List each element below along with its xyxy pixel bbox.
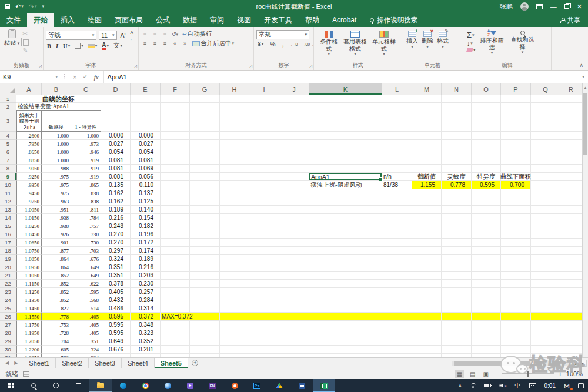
cell-J24[interactable] (279, 296, 309, 304)
cell-O8[interactable] (472, 165, 501, 173)
cell-B15[interactable]: .938 (42, 222, 71, 230)
insert-function-icon[interactable]: fx (94, 73, 99, 81)
cell-K18[interactable] (309, 247, 382, 255)
cell-P17[interactable] (501, 239, 531, 247)
page-break-view-icon[interactable]: ▣ (482, 370, 490, 378)
cell-M4[interactable] (412, 132, 442, 140)
cell-R15[interactable] (560, 222, 582, 230)
cell-R25[interactable] (560, 304, 582, 313)
cell-J11[interactable] (279, 189, 309, 197)
cell-D17[interactable]: 0.270 (101, 239, 131, 247)
cell-F19[interactable] (161, 255, 190, 263)
cell-L24[interactable] (382, 296, 412, 304)
row-header-1[interactable]: 1 (0, 95, 16, 103)
cell-Q27[interactable] (531, 321, 560, 329)
cell-A8[interactable]: .9050 (16, 165, 42, 173)
zoom-in-icon[interactable]: + (558, 370, 562, 377)
cell-J25[interactable] (279, 304, 309, 313)
cell-Q20[interactable] (531, 263, 560, 272)
cell-K4[interactable] (309, 132, 382, 140)
cell-O5[interactable] (472, 140, 501, 148)
cell-K26[interactable] (309, 313, 382, 321)
cell-J14[interactable] (279, 214, 309, 222)
cell-J7[interactable] (279, 156, 309, 165)
cell-E27[interactable]: 0.348 (131, 321, 161, 329)
cell-L10[interactable]: 81/38 (382, 181, 412, 189)
cell-I6[interactable] (249, 148, 279, 156)
sort-filter-button[interactable]: AZ 排序和筛选▾ (477, 29, 507, 55)
cell-M23[interactable] (412, 288, 442, 296)
cell-C18[interactable]: .703 (71, 247, 101, 255)
orientation-icon[interactable]: ↺▾ (171, 31, 179, 37)
cell-R9[interactable] (560, 173, 582, 181)
tray-app-icon[interactable]: ⋈ (560, 379, 574, 392)
cell-I9[interactable] (249, 173, 279, 181)
cell-C30[interactable]: .324 (71, 346, 101, 354)
cell-O12[interactable] (472, 197, 501, 206)
cell-G15[interactable] (190, 222, 220, 230)
row-header-22[interactable]: 22 (0, 280, 16, 288)
cell-J18[interactable] (279, 247, 309, 255)
cell-O14[interactable] (472, 214, 501, 222)
cell-O20[interactable] (472, 263, 501, 272)
cell-I5[interactable] (249, 140, 279, 148)
cell-A19[interactable]: 1.0850 (16, 255, 42, 263)
cell-P13[interactable] (501, 206, 531, 214)
cell-H21[interactable] (220, 272, 249, 280)
cell-H1[interactable] (220, 95, 249, 103)
cell-G9[interactable] (190, 173, 220, 181)
cell-I4[interactable] (249, 132, 279, 140)
cell-D10[interactable]: 0.135 (101, 181, 131, 189)
cell-C10[interactable]: .865 (71, 181, 101, 189)
cell-O1[interactable] (472, 95, 501, 103)
cell-Q17[interactable] (531, 239, 560, 247)
cell-A24[interactable]: 1.1350 (16, 296, 42, 304)
cell-R11[interactable] (560, 189, 582, 197)
cell-F16[interactable] (161, 230, 190, 239)
customize-qat-icon[interactable]: ▾ (42, 4, 44, 9)
cell-J5[interactable] (279, 140, 309, 148)
cell-B29[interactable]: .704 (42, 337, 71, 346)
cell-D14[interactable]: 0.216 (101, 214, 131, 222)
cell-E4[interactable]: 0.000 (131, 132, 161, 140)
number-dialog-launcher[interactable]: ◿ (309, 64, 312, 69)
cell-F11[interactable] (161, 189, 190, 197)
cell-P20[interactable] (501, 263, 531, 272)
normal-view-icon[interactable]: ▦ (455, 370, 464, 378)
cell-I3[interactable] (249, 110, 279, 132)
taskbar-photoshop-icon[interactable]: Ps (246, 379, 268, 392)
cell-D7[interactable]: 0.081 (101, 156, 131, 165)
cell-F9[interactable] (161, 173, 190, 181)
cell-J4[interactable] (279, 132, 309, 140)
cell-M7[interactable] (412, 156, 442, 165)
percent-icon[interactable]: % (269, 41, 276, 48)
ribbon-tab-审阅[interactable]: 审阅 (203, 13, 230, 27)
cell-B30[interactable]: .605 (42, 346, 71, 354)
cell-E12[interactable]: 0.125 (131, 197, 161, 206)
cell-R8[interactable] (560, 165, 582, 173)
cell-D27[interactable]: 0.595 (101, 321, 131, 329)
confirm-entry-icon[interactable]: ✓ (82, 73, 88, 81)
cell-A3[interactable]: 如果大于或等于则为正a (16, 110, 42, 132)
cell-D11[interactable]: 0.162 (101, 189, 131, 197)
cell-I22[interactable] (249, 280, 279, 288)
row-header-24[interactable]: 24 (0, 296, 16, 304)
cell-M11[interactable] (412, 189, 442, 197)
cell-A13[interactable]: 1.0050 (16, 206, 42, 214)
cell-I23[interactable] (249, 288, 279, 296)
cell-M1[interactable] (412, 95, 442, 103)
cell-O29[interactable] (472, 337, 501, 346)
cell-N30[interactable] (442, 346, 472, 354)
decrease-indent-icon[interactable]: « (171, 41, 179, 46)
hscroll-left-icon[interactable]: ◀ (572, 360, 579, 367)
formula-input[interactable]: ApoA1 (104, 71, 579, 83)
cell-P14[interactable] (501, 214, 531, 222)
cell-A21[interactable]: 1.1050 (16, 272, 42, 280)
cell-A28[interactable]: 1.1950 (16, 329, 42, 337)
ime-language-indicator[interactable]: 中 (511, 379, 525, 392)
row-header-11[interactable]: 11 (0, 189, 16, 197)
cell-H19[interactable] (220, 255, 249, 263)
cell-N14[interactable] (442, 214, 472, 222)
cell-D21[interactable]: 0.351 (101, 272, 131, 280)
share-button[interactable]: 共享 (560, 13, 588, 27)
